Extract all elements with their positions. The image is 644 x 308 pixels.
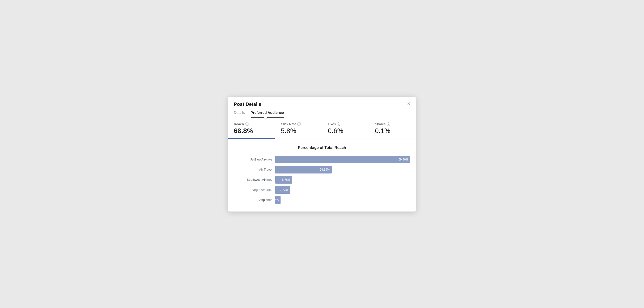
bar-container: 2.77% — [275, 196, 410, 204]
bar-label: JetBlue Airways — [234, 157, 272, 161]
bar-label: Air Travel — [234, 168, 272, 171]
stat-likes-label: Likes i — [328, 122, 363, 126]
stat-likes-value: 0.6% — [328, 127, 363, 135]
bar-label: Virgin America — [234, 188, 272, 191]
bar-container: 69.96% — [275, 156, 410, 163]
modal-title: Post Details — [234, 102, 261, 107]
stat-click-rate[interactable]: Click Rate i 5.8% — [275, 118, 322, 139]
stat-reach[interactable]: Reach i 68.8% — [228, 118, 275, 139]
chart-title: Percentage of Total Reach — [234, 146, 410, 150]
stat-shares-label: Shares i — [375, 122, 410, 126]
bar-container: 8.78% — [275, 176, 410, 184]
tab-details[interactable]: Details — [234, 111, 245, 118]
bar-row: Southwest Airlines8.78% — [234, 176, 410, 184]
stat-click-rate-label: Click Rate i — [281, 122, 316, 126]
post-details-modal: Post Details × Details Preferred Audienc… — [228, 97, 416, 211]
stat-likes[interactable]: Likes i 0.6% — [322, 118, 369, 139]
bar-fill: 8.78% — [275, 176, 292, 184]
tab-preferred-audience[interactable]: Preferred Audience — [251, 111, 284, 118]
stat-click-rate-value: 5.8% — [281, 127, 316, 135]
bar-pct-label: 8.78% — [282, 178, 290, 181]
bar-container: 29.19% — [275, 166, 410, 173]
bar-row: JetBlue Airways69.96% — [234, 156, 410, 163]
bar-row: Air Travel29.19% — [234, 166, 410, 173]
bar-pct-label: 2.77% — [270, 198, 278, 202]
bar-label: Airplanes — [234, 198, 272, 202]
bar-fill: 7.73% — [275, 186, 290, 194]
bar-chart: JetBlue Airways69.96%Air Travel29.19%Sou… — [234, 156, 410, 204]
stat-reach-label: Reach i — [234, 122, 269, 126]
stat-reach-value: 68.8% — [234, 127, 269, 135]
bar-label: Southwest Airlines — [234, 178, 272, 181]
likes-info-icon[interactable]: i — [337, 123, 340, 126]
stat-shares-value: 0.1% — [375, 127, 410, 135]
bar-pct-label: 7.73% — [280, 188, 288, 191]
bar-container: 7.73% — [275, 186, 410, 194]
bar-row: Airplanes2.77% — [234, 196, 410, 204]
chart-section: Percentage of Total Reach JetBlue Airway… — [228, 139, 416, 211]
modal-header: Post Details × — [228, 97, 416, 107]
bar-fill: 2.77% — [275, 196, 280, 204]
bar-pct-label: 29.19% — [320, 168, 330, 171]
tabs-bar: Details Preferred Audience — [228, 107, 416, 118]
reach-info-icon[interactable]: i — [245, 123, 248, 126]
stats-row: Reach i 68.8% Click Rate i 5.8% Likes i … — [228, 118, 416, 139]
click-rate-info-icon[interactable]: i — [298, 123, 301, 126]
bar-fill: 29.19% — [275, 166, 332, 173]
bar-row: Virgin America7.73% — [234, 186, 410, 194]
close-button[interactable]: × — [407, 101, 410, 106]
shares-info-icon[interactable]: i — [387, 123, 390, 126]
bar-pct-label: 69.96% — [398, 158, 408, 161]
stat-shares[interactable]: Shares i 0.1% — [369, 118, 416, 139]
bar-fill: 69.96% — [275, 156, 410, 163]
